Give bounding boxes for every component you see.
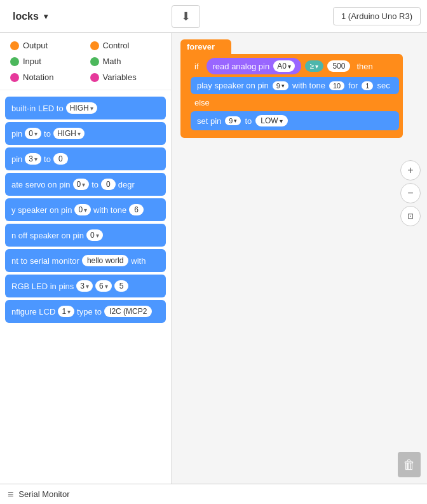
variables-dot xyxy=(90,73,99,82)
for-val-badge: 1 xyxy=(362,81,373,90)
high-val-dropdown[interactable]: HIGH xyxy=(53,128,85,139)
notation-label: Notation xyxy=(23,72,53,82)
zoom-fit-button[interactable]: ⊡ xyxy=(400,206,421,226)
then-label: then xyxy=(354,60,375,72)
pin-3-dropdown[interactable]: 3 xyxy=(25,153,41,165)
set-pin-3-block[interactable]: pin 3 to 0 xyxy=(5,147,166,170)
serial-text: nt to serial monitor xyxy=(11,256,79,266)
rgb-pin2-dropdown[interactable]: 6 xyxy=(95,280,112,292)
math-label: Math xyxy=(103,57,121,66)
forever-label: forever xyxy=(180,39,231,54)
math-dot xyxy=(90,57,99,66)
if-row: if read analog pin A0 ≥ 500 then xyxy=(191,58,399,74)
sidebar-item-input[interactable]: Input xyxy=(6,54,85,69)
degree-text: degr xyxy=(118,180,135,189)
sidebar-item-math[interactable]: Math xyxy=(86,54,165,69)
analog-pin-dropdown[interactable]: A0 xyxy=(273,60,295,72)
zoom-out-button[interactable]: − xyxy=(400,183,421,203)
if-label: if xyxy=(191,60,203,72)
zoom-controls: + − ⊡ xyxy=(400,160,421,226)
blocks-label: locks xyxy=(13,11,39,22)
tone-6-badge: 6 xyxy=(129,204,144,215)
zoom-in-button[interactable]: + xyxy=(400,160,421,180)
serial-monitor-icon: ≡ xyxy=(8,489,13,500)
bottom-bar: ≡ Serial Monitor xyxy=(0,484,427,504)
sidebar-item-control[interactable]: Control xyxy=(86,38,165,53)
blocks-dropdown[interactable]: locks ▾ xyxy=(6,6,172,27)
zoom-out-icon: − xyxy=(407,187,413,199)
else-label: else xyxy=(194,98,210,107)
pin-text: pin xyxy=(11,129,22,139)
play-speaker-list-block[interactable]: y speaker on pin 0 with tone 6 xyxy=(5,198,166,221)
download-button[interactable]: ⬇ xyxy=(172,5,200,28)
servo-pin-dropdown[interactable]: 0 xyxy=(73,179,90,190)
set-pin-high-block[interactable]: pin 0 to HIGH xyxy=(5,122,166,145)
control-label: Control xyxy=(103,41,130,50)
set-pin-9-dropdown[interactable]: 9 xyxy=(225,116,241,125)
zoom-in-icon: + xyxy=(407,165,413,176)
zoom-fit-icon: ⊡ xyxy=(407,212,414,221)
lcd-type-badge: I2C (MCP2 xyxy=(104,306,152,317)
control-dot xyxy=(90,41,99,50)
off-pin-dropdown[interactable]: 0 xyxy=(86,229,103,241)
forever-body: if read analog pin A0 ≥ 500 then play sp… xyxy=(180,54,403,138)
for-text: for xyxy=(348,81,358,90)
blocks-list: built-in LED to HIGH pin 0 to HIGH pin 3… xyxy=(0,90,171,329)
trash-button[interactable]: 🗑 xyxy=(398,452,421,477)
sidebar-item-output[interactable]: Output xyxy=(6,38,85,53)
download-icon: ⬇ xyxy=(181,10,191,23)
tone-val-badge: 10 xyxy=(329,81,344,90)
turn-off-speaker-block[interactable]: n off speaker on pin 0 xyxy=(5,224,166,247)
rotate-servo-block[interactable]: ate servo on pin 0 to 0 degr xyxy=(5,173,166,196)
with-text: with xyxy=(131,256,146,266)
category-grid: Output Control Input Math Notation Varia… xyxy=(0,33,171,90)
output-dot xyxy=(10,41,19,50)
off-speaker-text: n off speaker on pin xyxy=(11,231,84,240)
set-pin-low-block[interactable]: set pin 9 to LOW xyxy=(191,111,399,130)
low-dropdown[interactable]: LOW xyxy=(255,115,287,126)
else-row: else xyxy=(191,97,399,109)
hello-world-badge: hello world xyxy=(82,255,128,266)
rgb-pin1-dropdown[interactable]: 3 xyxy=(76,280,93,292)
pin3-text: pin xyxy=(11,154,22,164)
condition-block[interactable]: read analog pin A0 xyxy=(207,58,301,74)
lcd-num-dropdown[interactable]: 1 xyxy=(58,306,74,317)
val-0-badge: 0 xyxy=(53,153,68,165)
to-text-canvas: to xyxy=(245,116,252,126)
play-speaker-block[interactable]: play speaker on pin 9 with tone 10 for 1… xyxy=(191,77,399,94)
forever-block[interactable]: forever if read analog pin A0 ≥ 500 then xyxy=(180,39,403,138)
sidebar: Output Control Input Math Notation Varia… xyxy=(0,33,172,484)
to-text-2: to xyxy=(44,154,51,164)
canvas-area[interactable]: forever if read analog pin A0 ≥ 500 then xyxy=(172,33,427,484)
variables-label: Variables xyxy=(103,72,137,82)
serial-monitor-label[interactable]: Serial Monitor xyxy=(18,489,69,499)
built-in-led-block[interactable]: built-in LED to HIGH xyxy=(5,97,166,119)
header: locks ▾ ⬇ 1 (Arduino Uno R3) xyxy=(0,0,427,33)
play-speaker-text: play speaker on pin xyxy=(197,81,269,90)
servo-to: to xyxy=(92,180,98,189)
input-label: Input xyxy=(23,57,41,66)
play-pin-dropdown[interactable]: 9 xyxy=(273,81,288,90)
with-tone-canvas: with tone xyxy=(292,81,325,90)
rgb-led-block[interactable]: RGB LED in pins 3 6 5 xyxy=(5,275,166,297)
value-500-badge[interactable]: 500 xyxy=(327,60,350,72)
read-analog-text: read analog pin xyxy=(213,62,270,71)
operator-badge[interactable]: ≥ xyxy=(305,60,324,72)
speaker-pin-dropdown[interactable]: 0 xyxy=(74,204,91,215)
to-text: to xyxy=(44,129,51,139)
play-text: y speaker on pin xyxy=(11,205,72,215)
sec-text: sec xyxy=(377,81,390,90)
blocks-dropdown-arrow: ▾ xyxy=(44,12,48,21)
rgb-text: RGB LED in pins xyxy=(11,282,74,291)
high-dropdown[interactable]: HIGH xyxy=(66,102,97,114)
servo-text: ate servo on pin xyxy=(11,180,71,189)
device-label[interactable]: 1 (Arduino Uno R3) xyxy=(333,7,421,25)
sidebar-item-variables[interactable]: Variables xyxy=(86,70,165,85)
set-pin-text: set pin xyxy=(197,116,221,126)
rgb-pin3-badge: 5 xyxy=(114,280,129,292)
sidebar-item-notation[interactable]: Notation xyxy=(6,70,85,85)
configure-lcd-block[interactable]: nfigure LCD 1 type to I2C (MCP2 xyxy=(5,300,166,323)
pin-0-dropdown[interactable]: 0 xyxy=(25,128,41,139)
notation-dot xyxy=(10,73,19,82)
serial-monitor-block[interactable]: nt to serial monitor hello world with xyxy=(5,249,166,272)
